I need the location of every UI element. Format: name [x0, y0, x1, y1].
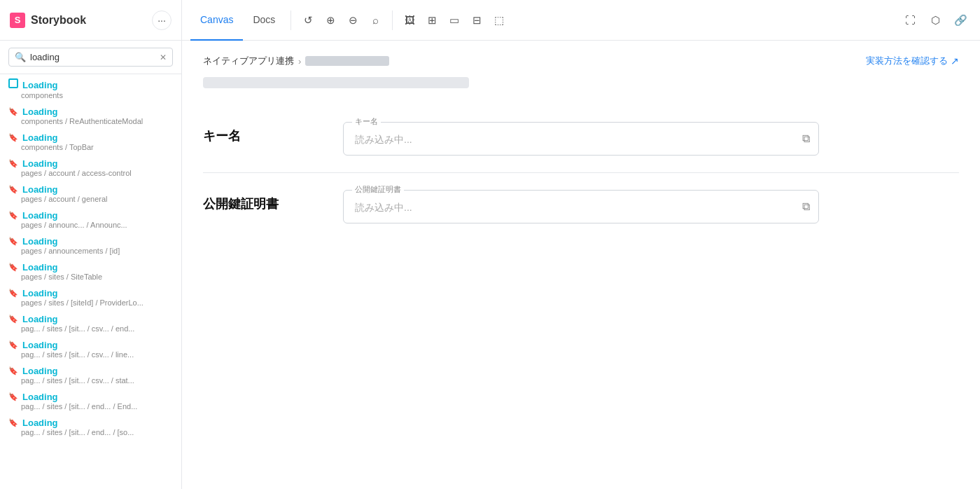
- nav-item-sub: components / ReAuthenticateModal: [21, 117, 173, 125]
- nav-item-label: Loading: [22, 184, 58, 195]
- nav-item-label: Loading: [22, 158, 58, 169]
- nav-item-sub: pag... / sites / [sit... / csv... / line…: [21, 350, 173, 359]
- external-link-icon: ↗: [951, 55, 959, 67]
- clear-search-button[interactable]: ✕: [160, 53, 167, 62]
- zoom-in-button[interactable]: ⊕: [319, 9, 342, 32]
- bookmark-icon: 🔖: [8, 133, 18, 142]
- breadcrumb-sub: [305, 56, 389, 66]
- panel-button[interactable]: ▭: [443, 9, 465, 32]
- field-value-key-name: 読み込み中...: [355, 134, 807, 146]
- more-button[interactable]: ···: [152, 11, 172, 30]
- nav-item-label: Loading: [22, 80, 58, 90]
- search-box: 🔍 ✕: [8, 48, 173, 67]
- box-icon: [8, 78, 18, 88]
- component-icon: [8, 78, 18, 91]
- bookmark-icon: 🔖: [8, 315, 18, 324]
- breadcrumb-main: ネイティブアプリ連携: [203, 55, 294, 67]
- nav-item-sub: pages / sites / [siteId] / ProviderLo...: [21, 298, 173, 307]
- external-link-button[interactable]: ⬡: [924, 9, 946, 32]
- grid-button[interactable]: ⊞: [421, 9, 443, 32]
- bookmark-icon: 🔖: [8, 392, 18, 401]
- nav-item-label: Loading: [22, 418, 58, 428]
- bookmark-icon: 🔖: [8, 366, 18, 376]
- nav-item-label: Loading: [22, 210, 58, 221]
- content-rows: キー名キー名読み込み中...⧉公開鍵証明書公開鍵証明書読み込み中...⧉: [203, 105, 959, 240]
- search-canvas-button[interactable]: ⌕: [364, 9, 386, 32]
- field-box-key-name: キー名読み込み中...⧉: [343, 122, 819, 156]
- image-button[interactable]: 🖼: [398, 9, 421, 32]
- nav-item-11[interactable]: 🔖Loadingpag... / sites / [sit... / csv..…: [0, 336, 181, 361]
- field-value-public-key: 読み込み中...: [355, 202, 807, 214]
- row-field-public-key: 公開鍵証明書読み込み中...⧉: [343, 190, 819, 223]
- nav-item-sub: pages / sites / SiteTable: [21, 273, 173, 281]
- nav-item-12[interactable]: 🔖Loadingpag... / sites / [sit... / csv..…: [0, 361, 181, 387]
- search-area: 🔍 ✕: [0, 41, 181, 74]
- nav-item-label: Loading: [22, 314, 58, 324]
- nav-item-sub: pages / account / access-control: [21, 169, 173, 177]
- nav-item-label: Loading: [22, 392, 58, 402]
- nav-item-label: Loading: [22, 366, 58, 376]
- nav-item-7[interactable]: 🔖Loadingpages / announcements / [id]: [0, 232, 181, 258]
- tab-docs[interactable]: Docs: [243, 0, 285, 41]
- toolbar: Canvas Docs ↺ ⊕ ⊖ ⌕ 🖼 ⊞ ▭ ⊟ ⬚ ⛶ ⬡ 🔗: [182, 0, 980, 41]
- copy-button-key-name[interactable]: ⧉: [802, 132, 810, 145]
- nav-item-2[interactable]: 🔖Loadingcomponents / ReAuthenticateModal: [0, 102, 181, 128]
- nav-item-14[interactable]: 🔖Loadingpag... / sites / [sit... / end..…: [0, 413, 181, 439]
- nav-item-6[interactable]: 🔖Loadingpages / announc... / Announc...: [0, 206, 181, 232]
- toolbar-right: ⛶ ⬡ 🔗: [899, 9, 972, 32]
- nav-item-1[interactable]: Loadingcomponents: [0, 74, 181, 102]
- implement-link[interactable]: 実装方法を確認する ↗: [866, 55, 959, 67]
- toolbar-divider: [290, 11, 291, 30]
- breadcrumb: ネイティブアプリ連携 ›: [203, 55, 959, 67]
- nav-item-sub: pages / account / general: [21, 195, 173, 203]
- fullscreen-button[interactable]: ⛶: [899, 9, 921, 32]
- nav-item-13[interactable]: 🔖Loadingpag... / sites / [sit... / end..…: [0, 387, 181, 413]
- nav-item-sub: pages / announcements / [id]: [21, 247, 173, 255]
- field-label-key-name: キー名: [352, 116, 381, 127]
- nav-item-label: Loading: [22, 288, 58, 298]
- bookmark-icon: 🔖: [8, 237, 18, 246]
- sidebar-header: S Storybook ···: [0, 0, 181, 41]
- skeleton-bar: [203, 77, 469, 88]
- nav-item-sub: pages / announc... / Announc...: [21, 221, 173, 229]
- bookmark-icon: 🔖: [8, 289, 18, 298]
- nav-item-sub: components / TopBar: [21, 143, 173, 151]
- row-key-name: キー名キー名読み込み中...⧉: [203, 105, 959, 173]
- search-icon: 🔍: [15, 52, 26, 62]
- nav-item-label: Loading: [22, 132, 58, 143]
- measure-button[interactable]: ⊟: [465, 9, 488, 32]
- logo-area: S Storybook: [10, 13, 86, 28]
- nav-item-label: Loading: [22, 236, 58, 247]
- nav-item-4[interactable]: 🔖Loadingpages / account / access-control: [0, 154, 181, 180]
- row-field-key-name: キー名読み込み中...⧉: [343, 122, 819, 156]
- search-input[interactable]: [30, 52, 155, 62]
- bookmark-icon: 🔖: [8, 107, 18, 116]
- nav-item-sub: pag... / sites / [sit... / csv... / end.…: [21, 324, 173, 333]
- nav-item-label: Loading: [22, 340, 58, 350]
- field-label-public-key: 公開鍵証明書: [352, 184, 404, 195]
- tab-canvas[interactable]: Canvas: [190, 0, 243, 41]
- implement-link-text: 実装方法を確認する: [866, 55, 948, 67]
- copy-link-button[interactable]: 🔗: [949, 9, 972, 32]
- nav-item-sub: components: [21, 91, 173, 99]
- row-label-public-key: 公開鍵証明書: [203, 190, 315, 212]
- copy-button-public-key[interactable]: ⧉: [802, 200, 810, 213]
- select-button[interactable]: ⬚: [488, 9, 510, 32]
- nav-item-label: Loading: [22, 106, 58, 117]
- nav-item-5[interactable]: 🔖Loadingpages / account / general: [0, 180, 181, 206]
- nav-item-3[interactable]: 🔖Loadingcomponents / TopBar: [0, 128, 181, 154]
- app-title: Storybook: [31, 14, 86, 27]
- nav-item-9[interactable]: 🔖Loadingpages / sites / [siteId] / Provi…: [0, 284, 181, 310]
- storybook-logo-icon: S: [10, 13, 25, 28]
- refresh-button[interactable]: ↺: [297, 9, 319, 32]
- nav-item-sub: pag... / sites / [sit... / end... / [so.…: [21, 428, 173, 436]
- nav-item-label: Loading: [22, 262, 58, 273]
- nav-list: Loadingcomponents🔖Loadingcomponents / Re…: [0, 74, 181, 489]
- nav-item-10[interactable]: 🔖Loadingpag... / sites / [sit... / csv..…: [0, 310, 181, 336]
- bookmark-icon: 🔖: [8, 211, 18, 220]
- nav-item-8[interactable]: 🔖Loadingpages / sites / SiteTable: [0, 258, 181, 284]
- bookmark-icon: 🔖: [8, 418, 18, 427]
- zoom-out-button[interactable]: ⊖: [342, 9, 364, 32]
- row-label-key-name: キー名: [203, 122, 315, 144]
- bookmark-icon: 🔖: [8, 263, 18, 272]
